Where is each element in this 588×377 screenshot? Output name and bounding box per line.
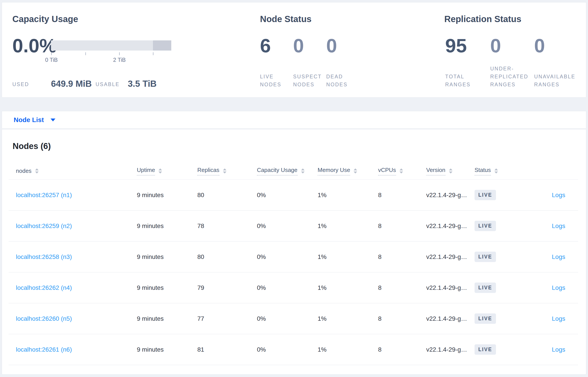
sort-icon	[353, 168, 357, 174]
table-row: localhost:26259 (n2) 9 minutes 78 0% 1% …	[9, 211, 578, 241]
status-badge: LIVE	[475, 344, 496, 355]
stat-label: LIVE NODES	[260, 73, 293, 89]
memory-use-cell: 1%	[318, 284, 378, 291]
column-header[interactable]: Capacity Usage	[257, 167, 318, 176]
axis-tick	[51, 52, 52, 55]
replicas-cell: 80	[197, 253, 257, 260]
version-cell: v22.1.4-29-g…	[426, 223, 475, 230]
status-stat: 0 UNDER-REPLICATED RANGES	[490, 35, 534, 89]
sort-icon	[494, 168, 498, 174]
capacity-percent-value: 0.0%	[12, 35, 57, 56]
status-badge: LIVE	[475, 190, 496, 200]
used-label: USED	[12, 82, 29, 87]
view-mode-dropdown[interactable]: Node List	[14, 116, 55, 124]
logs-link[interactable]: Logs	[552, 223, 565, 229]
view-mode-label: Node List	[14, 116, 44, 124]
replication-status-stats: 95 TOTAL RANGES 0 UNDER-REPLICATED RANGE…	[445, 35, 587, 89]
node-address-link[interactable]: localhost:26261 (n6)	[16, 346, 72, 353]
cluster-overview-page: Capacity Usage 0.0% 0 TiB 2 TiB USED 649…	[0, 0, 588, 377]
replication-status-title: Replication Status	[444, 14, 521, 24]
node-address-link[interactable]: localhost:26258 (n3)	[16, 253, 72, 260]
vcpus-cell: 8	[378, 346, 426, 353]
stat-value: 0	[490, 35, 534, 56]
column-header[interactable]: nodes	[16, 167, 137, 174]
logs-link[interactable]: Logs	[552, 253, 565, 260]
sort-icon	[35, 168, 39, 174]
usable-label: USABLE	[95, 82, 120, 87]
column-header-label: nodes	[16, 167, 32, 174]
logs-link[interactable]: Logs	[552, 284, 565, 291]
node-status-title: Node Status	[260, 14, 311, 24]
vcpus-cell: 8	[378, 223, 426, 230]
used-value: 649.9 MiB	[51, 79, 92, 89]
stat-label: TOTAL RANGES	[445, 73, 485, 89]
logs-link[interactable]: Logs	[552, 346, 565, 353]
capacity-usage-cell: 0%	[257, 192, 318, 199]
node-status-stats: 6 LIVE NODES 0 SUSPECT NODES 0 DEAD NODE…	[260, 35, 359, 89]
stat-label: UNAVAILABLE RANGES	[534, 73, 574, 89]
memory-use-cell: 1%	[318, 315, 378, 322]
node-address-link[interactable]: localhost:26257 (n1)	[16, 192, 72, 199]
replicas-cell: 78	[197, 223, 257, 230]
memory-use-cell: 1%	[318, 253, 378, 260]
replicas-cell: 77	[197, 315, 257, 322]
column-header[interactable]: Replicas	[197, 167, 257, 176]
column-header-label: vCPUs	[378, 167, 396, 176]
version-cell: v22.1.4-29-g…	[426, 253, 475, 260]
stat-value: 0	[293, 35, 326, 56]
node-address-link[interactable]: localhost:26259 (n2)	[16, 223, 72, 229]
column-header[interactable]: Status	[475, 167, 532, 176]
column-header[interactable]: vCPUs	[378, 167, 426, 176]
status-stat: 95 TOTAL RANGES	[445, 35, 490, 89]
table-row: localhost:26261 (n6) 9 minutes 81 0% 1% …	[9, 334, 578, 365]
status-badge: LIVE	[475, 252, 496, 262]
nodes-count-title: Nodes (6)	[12, 141, 51, 151]
logs-link[interactable]: Logs	[552, 192, 565, 199]
stat-label: DEAD NODES	[326, 73, 359, 89]
memory-use-cell: 1%	[318, 346, 378, 353]
table-row: localhost:26260 (n5) 9 minutes 77 0% 1% …	[9, 303, 578, 334]
column-header[interactable]: Memory Use	[318, 167, 378, 176]
vcpus-cell: 8	[378, 253, 426, 260]
nodes-panel: Nodes (6) nodes Uptime Replicas	[2, 129, 586, 375]
stat-value: 0	[534, 35, 587, 56]
table-row: localhost:26262 (n4) 9 minutes 79 0% 1% …	[9, 272, 578, 303]
stat-value: 0	[326, 35, 359, 56]
status-stat: 0 SUSPECT NODES	[293, 35, 326, 89]
vcpus-cell: 8	[378, 192, 426, 199]
status-badge: LIVE	[475, 313, 496, 324]
version-cell: v22.1.4-29-g…	[426, 192, 475, 199]
column-header-label: Status	[475, 167, 491, 176]
column-header[interactable]: Version	[426, 167, 475, 176]
logs-link[interactable]: Logs	[552, 315, 565, 322]
sort-icon	[158, 168, 162, 174]
nodes-table: nodes Uptime Replicas	[9, 163, 578, 365]
axis-tick	[119, 52, 120, 55]
replicas-cell: 79	[197, 284, 257, 291]
capacity-usage-cell: 0%	[257, 223, 318, 230]
sort-icon	[400, 168, 403, 174]
axis-tick	[85, 52, 86, 55]
capacity-bar-reserved-segment	[153, 40, 171, 50]
axis-tick-label: 0 TiB	[38, 57, 65, 63]
column-header-label: Memory Use	[318, 167, 350, 176]
node-address-link[interactable]: localhost:26260 (n5)	[16, 315, 72, 322]
memory-use-cell: 1%	[318, 192, 378, 199]
vcpus-cell: 8	[378, 284, 426, 291]
version-cell: v22.1.4-29-g…	[426, 284, 475, 291]
sort-icon	[301, 168, 305, 174]
replicas-cell: 80	[197, 192, 257, 199]
status-badge: LIVE	[475, 221, 496, 231]
table-row: localhost:26258 (n3) 9 minutes 80 0% 1% …	[9, 241, 578, 272]
version-cell: v22.1.4-29-g…	[426, 346, 475, 353]
uptime-cell: 9 minutes	[137, 192, 197, 199]
view-selector-bar: Node List	[2, 111, 586, 129]
uptime-cell: 9 minutes	[137, 253, 197, 260]
stat-value: 95	[445, 35, 490, 56]
stat-label: UNDER-REPLICATED RANGES	[490, 65, 530, 89]
node-address-link[interactable]: localhost:26262 (n4)	[16, 284, 72, 291]
replicas-cell: 81	[197, 346, 257, 353]
version-cell: v22.1.4-29-g…	[426, 315, 475, 322]
column-header[interactable]: Uptime	[137, 167, 197, 176]
column-header-label: Version	[426, 167, 446, 176]
